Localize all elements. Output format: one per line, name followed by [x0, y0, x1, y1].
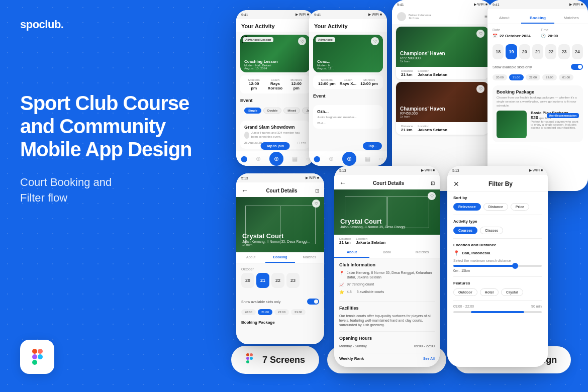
activity-classes[interactable]: Classes: [480, 227, 503, 234]
tap-to-join-btn[interactable]: Tap to join: [260, 142, 290, 150]
date-chips: 18 19 20 21 22 23 24: [487, 42, 588, 61]
toggle-small[interactable]: [307, 299, 319, 305]
nav-calendar[interactable]: ▦: [292, 155, 298, 162]
stats-row-2: Monitors 12:00 pm Coach Rays X... Monito…: [313, 75, 383, 89]
tap-btn-2[interactable]: Tap...: [363, 142, 382, 150]
date-selector: Date 📅 22 October 2024 Time 🕐 20:00: [487, 24, 588, 42]
court-heart[interactable]: ♡: [312, 200, 320, 208]
location-section: Location and Distance 📍 Bali, Indonesia …: [447, 239, 548, 276]
venue-heart-1[interactable]: ♡: [476, 30, 484, 38]
nav-center[interactable]: ⊕: [269, 152, 283, 166]
phones-area: 9:41 ▶ WiFi ■ Your Activity ')"> Advance…: [221, 0, 588, 342]
time-chip-2000[interactable]: 20:00: [493, 74, 507, 80]
bottom-nav-2: ⬤ ⊕ ⊕ ▦ ○: [309, 151, 387, 166]
tab-booking[interactable]: Booking: [521, 13, 555, 24]
tab-book-6[interactable]: Book: [369, 247, 405, 258]
opening-section: Opening Hours Monday - Sunday 09:00 - 22…: [334, 332, 440, 352]
svg-rect-5: [246, 353, 249, 356]
facilities-section: Facilities Our tennis courts offer top-q…: [334, 302, 440, 331]
activity-section: Activity type Courses Classes: [447, 215, 548, 238]
svg-rect-9: [250, 353, 253, 356]
svg-rect-8: [246, 360, 249, 363]
heart-icon-2[interactable]: ♡: [371, 37, 379, 45]
event-card-2: Gra... Junior Hughes and member... 26 A.…: [313, 105, 383, 129]
phone-booking: 9:41▶ WiFi ■ About Booking Matches Date …: [487, 0, 588, 191]
left-panel: spoclub. Sport Club Course and Community…: [20, 0, 211, 392]
court-heart-6[interactable]: ♡: [428, 192, 436, 200]
stats-row: Monitors 12:00 pm Coach Rays Xorieso Mon…: [240, 75, 310, 93]
feature-outdoor[interactable]: Outdoor: [453, 288, 477, 296]
court-image: Crystal Court Jalan Kemang, II Nomor 35,…: [236, 197, 324, 252]
filter-close-btn[interactable]: ✕: [453, 180, 459, 188]
svg-rect-1: [32, 354, 37, 359]
show-available-row: Show available slots only: [487, 61, 588, 72]
activity-card-1: ')"> Advanced Lesson Coaching Lesson Mod…: [240, 35, 310, 72]
svg-rect-6: [246, 357, 249, 360]
svg-rect-4: [38, 349, 43, 354]
tab-about-6[interactable]: About: [334, 247, 369, 258]
sort-distance[interactable]: Distance: [483, 203, 508, 211]
back-button[interactable]: ←: [241, 186, 248, 194]
svg-rect-0: [32, 349, 37, 354]
filter-header: ✕ Filter By: [447, 175, 548, 191]
booking-tabs: About Booking Matches: [487, 9, 588, 24]
time-chips: 20:00 21:00 22:00 23:00 01:00: [487, 72, 588, 82]
availability-toggle[interactable]: [571, 64, 583, 70]
booking-package: Booking Package Choose from our flexible…: [493, 85, 583, 142]
tab-matches[interactable]: Matches: [554, 13, 588, 24]
nav-home[interactable]: ⬤: [241, 155, 247, 162]
tab-about[interactable]: About: [487, 13, 521, 24]
venue-heart-2[interactable]: ♡: [476, 85, 484, 93]
phone-activity: 9:41 ▶ WiFi ■ Your Activity ')"> Advance…: [236, 10, 314, 166]
menu-btn-6[interactable]: ⊡: [431, 180, 435, 186]
figma-icon-small: [245, 353, 256, 367]
court-header: ← Court Details ⊡: [236, 182, 324, 197]
phone-court-small: 5:13 ▶ WiFi ■ ← Court Details ⊡ Crystal …: [236, 173, 324, 344]
club-info-section: Club Information 📍 Jalan Kemang, II Nomo…: [334, 258, 440, 301]
svg-rect-7: [250, 357, 253, 360]
heart-icon[interactable]: ♡: [298, 37, 306, 45]
phone-filter: 5:13 ▶ WiFi ■ ✕ Filter By Sort by Releva…: [447, 166, 548, 367]
see-all-link[interactable]: See All: [423, 357, 435, 360]
tab-about[interactable]: About: [236, 252, 265, 263]
figma-badge[interactable]: [20, 340, 54, 374]
svg-rect-2: [38, 354, 43, 359]
page-title: Sport Club Course and Community Mobile A…: [20, 91, 211, 161]
card-badge-2: Advanced: [316, 37, 335, 42]
svg-rect-3: [32, 360, 37, 365]
tab-matches[interactable]: Matches: [295, 252, 324, 263]
activity-courses[interactable]: Courses: [453, 227, 477, 234]
time-chip-2300[interactable]: 23:00: [542, 74, 557, 80]
page-subtitle: Court Booking andFilter flow: [20, 175, 211, 206]
back-btn-6[interactable]: ←: [339, 179, 346, 187]
activity-card-2: Advanced Coac... Modern H... August, 12.…: [313, 35, 383, 72]
card-badge-1: Advanced Lesson: [243, 37, 273, 42]
time-chip-0100[interactable]: 01:00: [559, 74, 573, 80]
court-img-6: Crystal Court Jalan Kemang, II Nomor 35,…: [334, 189, 440, 235]
phone-activity-2: 9:41 ▶ WiFi ■ Your Activity Advanced Coa…: [309, 10, 387, 166]
time-chip-2200[interactable]: 22:00: [526, 74, 540, 80]
nav-search[interactable]: ⊕: [256, 155, 261, 162]
figma-icon: [28, 347, 47, 366]
feature-hotel[interactable]: Hotel: [480, 288, 499, 296]
more-button[interactable]: ⊡: [315, 188, 319, 193]
screens-label: 7 Screens: [262, 355, 305, 365]
badge-screens: 7 Screens: [231, 346, 319, 374]
bottom-nav: ⬤ ⊕ ⊕ ▦ ○: [236, 151, 314, 166]
tab-matches-6[interactable]: Matches: [405, 247, 440, 258]
brand-logo: spoclub.: [20, 18, 211, 31]
phone-court-info: 5:13 ▶ WiFi ■ ← Court Details ⊡ Crystal …: [334, 166, 440, 367]
sort-section: Sort by Relevance Distance Price: [447, 191, 548, 215]
feature-crystal[interactable]: Crystal: [501, 288, 523, 296]
sort-price[interactable]: Price: [511, 203, 529, 211]
features-section: Features Outdoor Hotel Crystal: [447, 277, 548, 300]
sort-relevance[interactable]: Relevance: [453, 203, 481, 211]
event-filters: Single Double Mixed Junior: [240, 105, 310, 116]
time-chip-2100[interactable]: 21:00: [509, 74, 524, 80]
phone-venues: 9:41▶ WiFi ■ Bakso Indonesia 1k from ≡: [392, 0, 493, 191]
tab-booking-active[interactable]: Booking: [265, 252, 295, 263]
court-tabs: About Booking Matches: [236, 252, 324, 263]
page-wrapper: + + spoclub. Sport Club Course and Commu…: [0, 0, 588, 392]
